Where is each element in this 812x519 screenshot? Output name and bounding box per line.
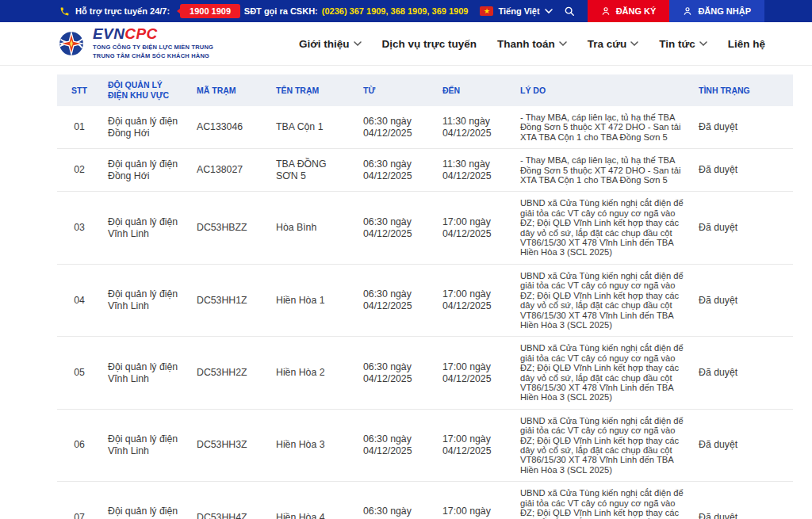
cell-status: Đã duyệt xyxy=(692,409,793,481)
cell-to: 17:00 ngày 04/12/2025 xyxy=(436,264,514,336)
table-row: 01 Đội quản lý điện Đồng Hới AC133046 TB… xyxy=(57,106,793,149)
cell-reason: UBND xã Cửa Tùng kiến nghị cắt điện để g… xyxy=(514,264,692,336)
col-header-team: Đội quản lý điện khu vực xyxy=(102,74,190,106)
brand-subtitle-line2: TRUNG TÂM CHĂM SÓC KHÁCH HÀNG xyxy=(93,52,213,61)
col-header-stt: STT xyxy=(57,74,102,106)
language-selector[interactable]: ★ Tiếng Việt xyxy=(480,0,552,22)
chevron-down-icon xyxy=(699,41,707,46)
chevron-down-icon xyxy=(630,41,638,46)
brand-evn: EVN xyxy=(93,25,124,42)
nav-item-tin-tuc[interactable]: Tin tức xyxy=(659,38,707,50)
cell-reason: - Thay MBA, cáp liên lạc, tủ hạ thế TBA … xyxy=(514,149,692,192)
brand-cpc: CPC xyxy=(124,25,157,42)
nav-label: Giới thiệu xyxy=(299,38,350,50)
brand-subtitle-line1: TỔNG CÔNG TY ĐIỆN LỰC MIỀN TRUNG xyxy=(93,44,213,52)
search-button[interactable] xyxy=(564,0,575,22)
cell-station-name: Hiền Hòa 4 xyxy=(270,482,357,519)
user-icon xyxy=(683,6,692,16)
cell-station-name: Hòa Bình xyxy=(270,192,357,264)
support-hotline-group: Hỗ trợ trực tuyến 24/7: 1900 1909 xyxy=(59,0,240,22)
cell-stt: 03 xyxy=(57,192,102,264)
cskh-label: SĐT gọi ra CSKH: xyxy=(244,6,318,16)
cell-station-code: DC53HH3Z xyxy=(190,409,270,481)
cell-station-name: TBA Cộn 1 xyxy=(270,106,357,149)
brand-subtitle: TỔNG CÔNG TY ĐIỆN LỰC MIỀN TRUNG TRUNG T… xyxy=(93,44,213,61)
table-header: STT Đội quản lý điện khu vực Mã trạm Tên… xyxy=(57,74,793,106)
cell-station-code: DC53HBZZ xyxy=(190,192,270,264)
cell-to: 17:00 ngày 04/12/2025 xyxy=(436,482,514,519)
register-button[interactable]: ĐĂNG KÝ xyxy=(588,0,670,22)
col-header-from: Từ xyxy=(357,74,436,106)
col-header-station-code: Mã trạm xyxy=(190,74,270,106)
table-row: 07 Đội quản lý điện Vĩnh Linh DC53HH4Z H… xyxy=(57,482,793,519)
nav-label: Dịch vụ trực tuyến xyxy=(382,38,477,50)
brand-text: EVNCPC TỔNG CÔNG TY ĐIỆN LỰC MIỀN TRUNG … xyxy=(93,26,213,61)
outage-table-body: 01 Đội quản lý điện Đồng Hới AC133046 TB… xyxy=(57,106,793,519)
cell-station-name: Hiền Hòa 1 xyxy=(270,264,357,336)
site-header: EVNCPC TỔNG CÔNG TY ĐIỆN LỰC MIỀN TRUNG … xyxy=(0,22,812,66)
cell-stt: 02 xyxy=(57,149,102,192)
cell-station-code: DC53HH2Z xyxy=(190,337,270,409)
cell-status: Đã duyệt xyxy=(692,192,793,264)
cell-station-name: Hiền Hòa 2 xyxy=(270,337,357,409)
cell-team: Đội quản lý điện Vĩnh Linh xyxy=(102,409,190,481)
chevron-down-icon xyxy=(354,41,362,46)
evncpc-logo[interactable]: EVNCPC TỔNG CÔNG TY ĐIỆN LỰC MIỀN TRUNG … xyxy=(57,26,213,61)
chevron-down-icon xyxy=(545,9,553,13)
cell-reason: UBND xã Cửa Tùng kiến nghị cắt điện để g… xyxy=(514,337,692,409)
nav-item-dich-vu-truc-tuyen[interactable]: Dịch vụ trực tuyến xyxy=(382,38,477,50)
cell-from: 06:30 ngày 04/12/2025 xyxy=(357,337,436,409)
cell-stt: 04 xyxy=(57,264,102,336)
vietnam-flag-icon: ★ xyxy=(480,6,493,16)
cell-to: 11:30 ngày 04/12/2025 xyxy=(436,149,514,192)
cskh-group: SĐT gọi ra CSKH: (0236) 367 1909, 368 19… xyxy=(244,0,469,22)
cell-from: 06:30 ngày 04/12/2025 xyxy=(357,264,436,336)
col-header-status: Tình trạng xyxy=(692,74,793,106)
cell-station-code: AC133046 xyxy=(190,106,270,149)
search-icon xyxy=(564,6,575,17)
col-header-reason: Lý do xyxy=(514,74,692,106)
cell-to: 11:30 ngày 04/12/2025 xyxy=(436,106,514,149)
cell-to: 17:00 ngày 04/12/2025 xyxy=(436,337,514,409)
cell-to: 17:00 ngày 04/12/2025 xyxy=(436,192,514,264)
hotline-badge[interactable]: 1900 1909 xyxy=(180,4,240,18)
cell-status: Đã duyệt xyxy=(692,337,793,409)
cell-station-code: AC138027 xyxy=(190,149,270,192)
cell-from: 06:30 ngày 04/12/2025 xyxy=(357,409,436,481)
nav-label: Tra cứu xyxy=(588,38,627,50)
cell-station-code: DC53HH4Z xyxy=(190,482,270,519)
cell-stt: 05 xyxy=(57,337,102,409)
table-row: 02 Đội quản lý điện Đồng Hới AC138027 TB… xyxy=(57,149,793,192)
cell-team: Đội quản lý điện Vĩnh Linh xyxy=(102,264,190,336)
nav-item-lien-he[interactable]: Liên hệ xyxy=(728,38,765,50)
topbar: Hỗ trợ trực tuyến 24/7: 1900 1909 SĐT gọ… xyxy=(0,0,812,22)
table-row: 06 Đội quản lý điện Vĩnh Linh DC53HH3Z H… xyxy=(57,409,793,481)
main-nav: Giới thiệu Dịch vụ trực tuyến Thanh toán… xyxy=(299,38,765,50)
nav-label: Thanh toán xyxy=(497,38,555,50)
cell-team: Đội quản lý điện Vĩnh Linh xyxy=(102,192,190,264)
topbar-spacer xyxy=(764,0,812,22)
nav-label: Liên hệ xyxy=(728,38,765,50)
cell-stt: 01 xyxy=(57,106,102,149)
cell-stt: 06 xyxy=(57,409,102,481)
table-row: 04 Đội quản lý điện Vĩnh Linh DC53HH1Z H… xyxy=(57,264,793,336)
cell-status: Đã duyệt xyxy=(692,482,793,519)
nav-item-tra-cuu[interactable]: Tra cứu xyxy=(588,38,639,50)
table-row: 05 Đội quản lý điện Vĩnh Linh DC53HH2Z H… xyxy=(57,337,793,409)
evn-star-logo-icon xyxy=(57,29,86,58)
cell-station-code: DC53HH1Z xyxy=(190,264,270,336)
cell-station-name: Hiền Hòa 3 xyxy=(270,409,357,481)
content-area: STT Đội quản lý điện khu vực Mã trạm Tên… xyxy=(0,66,812,519)
nav-item-gioi-thieu[interactable]: Giới thiệu xyxy=(299,38,362,50)
user-icon xyxy=(601,6,611,16)
cell-status: Đã duyệt xyxy=(692,149,793,192)
cell-team: Đội quản lý điện Vĩnh Linh xyxy=(102,482,190,519)
login-label: ĐĂNG NHẬP xyxy=(698,6,751,16)
cell-reason: UBND xã Cửa Tùng kiến nghị cắt điện để g… xyxy=(514,482,692,519)
cell-status: Đã duyệt xyxy=(692,106,793,149)
login-button[interactable]: ĐĂNG NHẬP xyxy=(669,0,764,22)
nav-item-thanh-toan[interactable]: Thanh toán xyxy=(497,38,567,50)
support-label: Hỗ trợ trực tuyến 24/7: xyxy=(75,6,170,16)
cell-reason: UBND xã Cửa Tùng kiến nghị cắt điện để g… xyxy=(514,409,692,481)
outage-table: STT Đội quản lý điện khu vực Mã trạm Tên… xyxy=(57,74,793,519)
